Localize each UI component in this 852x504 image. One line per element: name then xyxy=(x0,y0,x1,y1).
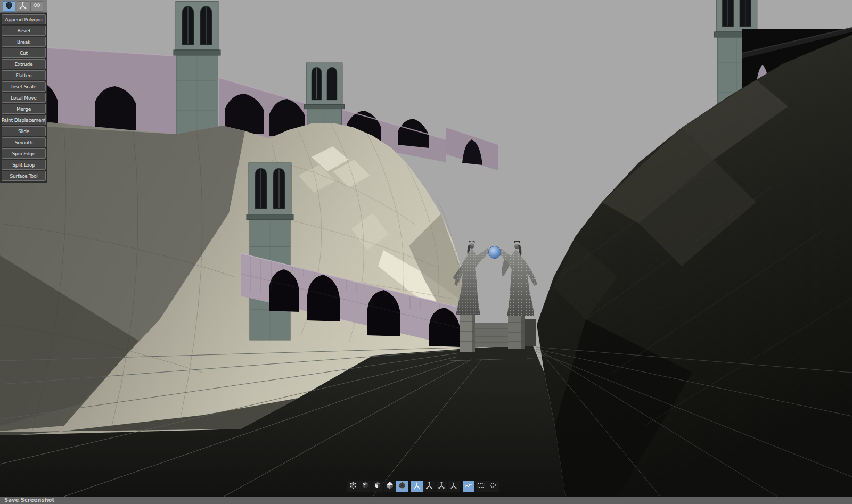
menu-item-smooth[interactable]: Smooth xyxy=(2,137,46,147)
point-axis-icon xyxy=(425,481,433,492)
point-axis-button[interactable] xyxy=(423,481,435,492)
menu-item-paint-displacement[interactable]: Paint Displacement xyxy=(2,115,46,125)
menu-item-inset-scale[interactable]: Inset Scale xyxy=(2,81,46,92)
double-diamond-icon xyxy=(32,1,41,12)
face-select-icon xyxy=(373,481,382,492)
vertex-select-icon xyxy=(349,481,357,492)
selection-mode-group xyxy=(347,481,408,492)
lasso-select-icon xyxy=(489,481,497,492)
menu-item-break[interactable]: Break xyxy=(2,37,46,47)
object-select-icon xyxy=(386,481,394,492)
curve-select-button[interactable] xyxy=(463,481,474,492)
menu-item-slide[interactable]: Slide xyxy=(2,126,46,136)
menu-item-local-move[interactable]: Local Move xyxy=(2,93,46,103)
polygon-mode-icon xyxy=(398,481,406,492)
rotate-axis-icon xyxy=(437,481,446,492)
menu-item-bevel[interactable]: Bevel xyxy=(2,26,46,36)
menu-item-cut[interactable]: Cut xyxy=(2,48,46,58)
object-select-button[interactable] xyxy=(384,481,396,492)
top-toolbar xyxy=(0,0,47,13)
vertex-select-button[interactable] xyxy=(347,481,359,492)
edge-select-icon xyxy=(361,481,370,492)
shield-icon xyxy=(5,1,13,12)
curve-select-icon xyxy=(464,481,473,492)
axis-jack-icon xyxy=(19,1,27,12)
edge-select-button[interactable] xyxy=(359,481,371,492)
menu-item-split-loop[interactable]: Split Loop xyxy=(2,160,46,170)
menu-item-spin-edge[interactable]: Spin Edge xyxy=(2,148,46,159)
app-window: Append Polygon Bevel Break Cut Extrude F… xyxy=(0,0,852,504)
lasso-select-button[interactable] xyxy=(487,481,499,492)
select-shape-group xyxy=(463,481,499,492)
scale-axis-button[interactable] xyxy=(448,481,460,492)
shield-tool-button[interactable] xyxy=(3,1,15,12)
rectangle-select-icon xyxy=(477,481,485,492)
transform-tool-group xyxy=(411,481,460,492)
rotate-axis-button[interactable] xyxy=(436,481,447,492)
bell-tower-front[interactable] xyxy=(247,163,293,340)
scale-axis-icon xyxy=(449,481,458,492)
menu-item-surface-tool[interactable]: Surface Tool xyxy=(2,171,46,181)
move-axis-icon xyxy=(413,481,421,492)
menu-item-extrude[interactable]: Extrude xyxy=(2,59,46,69)
rectangle-select-button[interactable] xyxy=(475,481,487,492)
axis-tool-button[interactable] xyxy=(17,1,29,12)
move-axis-button[interactable] xyxy=(411,481,423,492)
blue-sphere[interactable] xyxy=(489,246,501,259)
face-select-button[interactable] xyxy=(372,481,383,492)
status-bar-text: Save Screenshot xyxy=(4,497,54,503)
viewport-3d[interactable] xyxy=(0,0,852,497)
menu-item-flatten[interactable]: Flatten xyxy=(2,70,46,80)
menu-item-append-polygon[interactable]: Append Polygon xyxy=(2,14,46,24)
tool-menu: Append Polygon Bevel Break Cut Extrude F… xyxy=(0,13,47,183)
polygon-mode-button[interactable] xyxy=(396,481,408,492)
menu-item-merge[interactable]: Merge xyxy=(2,104,46,114)
bottom-toolbar xyxy=(347,481,499,492)
status-bar[interactable]: Save Screenshot xyxy=(0,497,852,504)
diamond-tool-button[interactable] xyxy=(30,1,43,12)
